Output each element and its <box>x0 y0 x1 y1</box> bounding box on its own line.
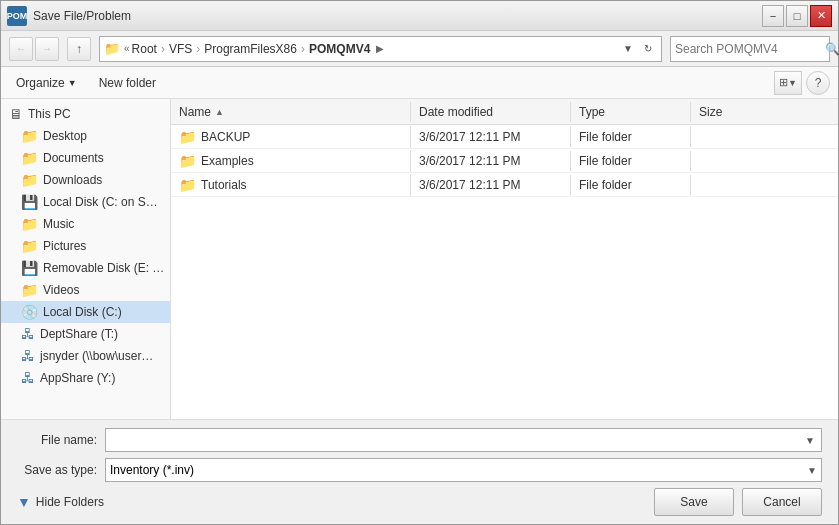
network-drive-icon-2: 🖧 <box>21 348 35 364</box>
sidebar-item-videos[interactable]: 📁 Videos <box>1 279 170 301</box>
view-options-button[interactable]: ⊞ ▼ <box>774 71 802 95</box>
filename-row: File name: ▼ <box>17 428 822 452</box>
sidebar-item-local-disk-c[interactable]: 💿 Local Disk (C:) <box>1 301 170 323</box>
save-as-type-select[interactable]: Inventory (*.inv) ▼ <box>105 458 822 482</box>
file-type: File folder <box>571 151 691 171</box>
organize-dropdown-icon: ▼ <box>68 78 77 88</box>
organize-button[interactable]: Organize ▼ <box>9 73 84 93</box>
search-box[interactable]: 🔍 <box>670 36 830 62</box>
view-dropdown-icon: ▼ <box>788 78 797 88</box>
removable-disk-icon: 💾 <box>21 260 38 276</box>
search-input[interactable] <box>675 42 825 56</box>
sidebar-label-removable-disk: Removable Disk (E: … <box>43 261 164 275</box>
search-icon: 🔍 <box>825 42 839 56</box>
sidebar-label-deptshare: DeptShare (T:) <box>40 327 118 341</box>
address-toolbar: ← → ↑ 📁 « Root › VFS › ProgramFilesX86 ›… <box>1 31 838 67</box>
file-name: BACKUP <box>201 130 250 144</box>
sidebar-item-documents[interactable]: 📁 Documents <box>1 147 170 169</box>
breadcrumb-dropdown-arrow[interactable]: ▶ <box>376 43 384 54</box>
view-grid-icon: ⊞ <box>779 76 788 89</box>
sidebar-item-music[interactable]: 📁 Music <box>1 213 170 235</box>
folder-icon: 📁 <box>21 172 38 188</box>
network-drive-icon-3: 🖧 <box>21 370 35 386</box>
column-type[interactable]: Type <box>571 102 691 122</box>
file-name: Tutorials <box>201 178 247 192</box>
up-button[interactable]: ↑ <box>67 37 91 61</box>
sidebar-item-appshare[interactable]: 🖧 AppShare (Y:) <box>1 367 170 389</box>
file-folder-icon: 📁 <box>179 177 196 193</box>
local-disk-icon: 💿 <box>21 304 38 320</box>
action-buttons: Save Cancel <box>654 488 822 516</box>
sidebar-item-downloads[interactable]: 📁 Downloads <box>1 169 170 191</box>
column-type-label: Type <box>579 105 605 119</box>
sidebar-label-jsnyder: jsnyder (\\bow\user… <box>40 349 153 363</box>
file-type: File folder <box>571 175 691 195</box>
sep1: › <box>161 42 165 56</box>
address-folder-icon: 📁 <box>104 41 120 56</box>
hide-folders-button[interactable]: ▼ Hide Folders <box>17 494 104 510</box>
title-bar: POM Save File/Problem − □ ✕ <box>1 1 838 31</box>
network-drive-icon: 🖧 <box>21 326 35 342</box>
breadcrumb-vfs[interactable]: VFS <box>169 42 192 56</box>
sidebar-item-local-disk-ssl[interactable]: 💾 Local Disk (C: on SS… <box>1 191 170 213</box>
help-button[interactable]: ? <box>806 71 830 95</box>
sidebar-label-desktop: Desktop <box>43 129 87 143</box>
breadcrumb-root[interactable]: Root <box>132 42 157 56</box>
sidebar-label-pictures: Pictures <box>43 239 86 253</box>
breadcrumb-pomqmv4[interactable]: POMQMV4 <box>309 42 370 56</box>
table-row[interactable]: 📁 Examples 3/6/2017 12:11 PM File folder <box>171 149 838 173</box>
cancel-button[interactable]: Cancel <box>742 488 822 516</box>
filename-dropdown-icon[interactable]: ▼ <box>803 435 817 446</box>
sidebar-item-removable-disk[interactable]: 💾 Removable Disk (E: … <box>1 257 170 279</box>
maximize-button[interactable]: □ <box>786 5 808 27</box>
save-as-type-label: Save as type: <box>17 463 97 477</box>
address-bar: 📁 « Root › VFS › ProgramFilesX86 › POMQM… <box>99 36 662 62</box>
sidebar-label-local-disk-c: Local Disk (C:) <box>43 305 122 319</box>
table-row[interactable]: 📁 BACKUP 3/6/2017 12:11 PM File folder <box>171 125 838 149</box>
sidebar-item-pictures[interactable]: 📁 Pictures <box>1 235 170 257</box>
saveas-row: Save as type: Inventory (*.inv) ▼ <box>17 458 822 482</box>
file-size <box>691 158 838 164</box>
file-size <box>691 182 838 188</box>
sidebar-item-this-pc[interactable]: 🖥 This PC <box>1 103 170 125</box>
back-button[interactable]: ← <box>9 37 33 61</box>
save-as-type-value: Inventory (*.inv) <box>110 463 194 477</box>
file-name-input[interactable] <box>110 433 803 447</box>
save-dialog: POM Save File/Problem − □ ✕ ← → ↑ 📁 « Ro… <box>0 0 839 525</box>
save-as-dropdown-icon: ▼ <box>807 465 817 476</box>
sidebar-label-appshare: AppShare (Y:) <box>40 371 115 385</box>
table-row[interactable]: 📁 Tutorials 3/6/2017 12:11 PM File folde… <box>171 173 838 197</box>
file-name-field[interactable]: ▼ <box>105 428 822 452</box>
folder-icon: 📁 <box>21 216 38 232</box>
title-bar-left: POM Save File/Problem <box>7 6 131 26</box>
disk-icon: 💾 <box>21 194 38 210</box>
column-size-label: Size <box>699 105 722 119</box>
address-dropdown-button[interactable]: ▼ <box>619 38 637 60</box>
file-name: Examples <box>201 154 254 168</box>
close-button[interactable]: ✕ <box>810 5 832 27</box>
sep2: › <box>196 42 200 56</box>
file-type: File folder <box>571 127 691 147</box>
hide-folders-label: Hide Folders <box>36 495 104 509</box>
file-date: 3/6/2017 12:11 PM <box>411 175 571 195</box>
sort-arrow-icon: ▲ <box>215 107 224 117</box>
minimize-button[interactable]: − <box>762 5 784 27</box>
save-button[interactable]: Save <box>654 488 734 516</box>
sidebar-item-desktop[interactable]: 📁 Desktop <box>1 125 170 147</box>
breadcrumb-programfiles[interactable]: ProgramFilesX86 <box>204 42 297 56</box>
file-folder-icon: 📁 <box>179 153 196 169</box>
sidebar-item-jsnyder[interactable]: 🖧 jsnyder (\\bow\user… <box>1 345 170 367</box>
organize-toolbar: Organize ▼ New folder ⊞ ▼ ? <box>1 67 838 99</box>
column-size[interactable]: Size <box>691 102 838 122</box>
folder-icon: 📁 <box>21 282 38 298</box>
column-date-modified[interactable]: Date modified <box>411 102 571 122</box>
refresh-button[interactable]: ↻ <box>639 38 657 60</box>
sidebar-item-deptshare[interactable]: 🖧 DeptShare (T:) <box>1 323 170 345</box>
forward-button[interactable]: → <box>35 37 59 61</box>
folder-icon: 📁 <box>21 150 38 166</box>
organize-label: Organize <box>16 76 65 90</box>
new-folder-button[interactable]: New folder <box>92 73 163 93</box>
sidebar-label-this-pc: This PC <box>28 107 71 121</box>
pc-icon: 🖥 <box>9 106 23 122</box>
column-name[interactable]: Name ▲ <box>171 102 411 122</box>
